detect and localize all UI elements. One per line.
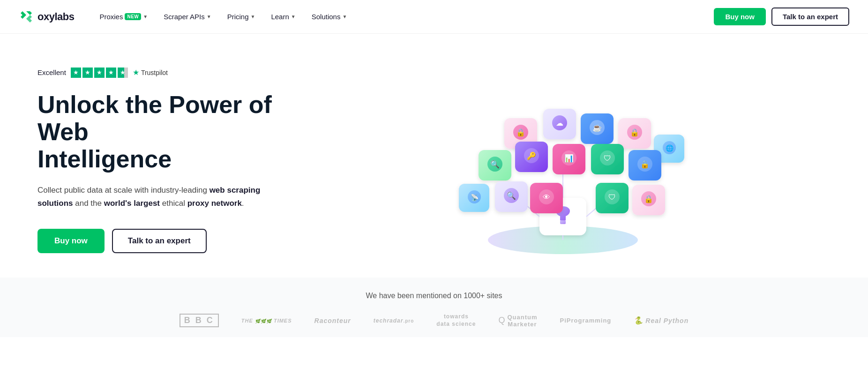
brand-name: oxylabs xyxy=(37,11,74,23)
trustpilot-logo: ★ Trustpilot xyxy=(133,68,168,77)
chevron-down-icon: ▼ xyxy=(207,14,211,19)
isometric-graphic: 🔒 ☁ ☕ 🔒 🌐 🔍 🔑 xyxy=(432,62,694,259)
svg-text:🔒: 🔒 xyxy=(516,128,525,137)
trustpilot-rating: Excellent ★ ★ ★ ★ ★ ★ Trustpilot xyxy=(37,68,295,78)
nav-menu: Proxies NEW ▼ Scraper APIs ▼ Pricing ▼ L… xyxy=(93,9,714,24)
raconteur-logo: Raconteur xyxy=(314,317,351,324)
svg-text:☕: ☕ xyxy=(592,123,602,132)
hero-illustration: 🔒 ☁ ☕ 🔒 🌐 🔍 🔑 xyxy=(295,62,831,259)
hero-content: Excellent ★ ★ ★ ★ ★ ★ Trustpilot Unlock … xyxy=(37,68,295,254)
social-proof-title: We have been mentioned on 1000+ sites xyxy=(19,292,849,300)
nav-buy-now-button[interactable]: Buy now xyxy=(714,8,766,25)
nav-actions: Buy now Talk to an expert xyxy=(714,8,849,26)
brand-logo[interactable]: oxylabs xyxy=(19,9,74,24)
navbar: oxylabs Proxies NEW ▼ Scraper APIs ▼ Pri… xyxy=(0,0,868,34)
logos-row: B B C THE 🌿🌿🌿 TIMES Raconteur techradar.… xyxy=(19,313,849,328)
nav-talk-expert-button[interactable]: Talk to an expert xyxy=(771,8,849,26)
svg-rect-5 xyxy=(560,220,566,224)
trustpilot-label: Excellent xyxy=(37,68,66,76)
svg-text:🔒: 🔒 xyxy=(644,195,653,203)
svg-text:☁: ☁ xyxy=(556,119,563,127)
svg-text:📊: 📊 xyxy=(564,154,574,163)
hero-heading: Unlock the Power of Web Intelligence xyxy=(37,91,295,173)
svg-text:🔒: 🔒 xyxy=(640,160,650,169)
real-python-logo: 🐍 Real Python xyxy=(634,316,688,325)
new-badge: NEW xyxy=(125,13,141,20)
nav-proxies[interactable]: Proxies NEW ▼ xyxy=(93,9,154,24)
chevron-down-icon: ▼ xyxy=(342,14,347,19)
chevron-down-icon: ▼ xyxy=(291,14,296,19)
star-4: ★ xyxy=(106,68,116,78)
bbc-logo: B B C xyxy=(180,314,219,327)
times-logo: THE 🌿🌿🌿 TIMES xyxy=(241,318,292,323)
star-2: ★ xyxy=(82,68,93,78)
nav-solutions[interactable]: Solutions ▼ xyxy=(305,9,354,24)
social-proof-section: We have been mentioned on 1000+ sites B … xyxy=(0,278,868,337)
svg-text:🔑: 🔑 xyxy=(527,151,536,160)
chevron-down-icon: ▼ xyxy=(251,14,255,19)
towards-data-science-logo: towardsdata science xyxy=(436,313,476,328)
svg-text:🔍: 🔍 xyxy=(490,160,500,169)
svg-text:📡: 📡 xyxy=(471,194,479,202)
hero-buy-now-button[interactable]: Buy now xyxy=(37,229,105,253)
svg-text:🔒: 🔒 xyxy=(630,128,639,137)
trustpilot-star-icon: ★ xyxy=(133,68,139,77)
hero-buttons: Buy now Talk to an expert xyxy=(37,229,295,253)
piprogramming-logo: PiProgramming xyxy=(560,317,611,324)
svg-text:👁: 👁 xyxy=(543,193,550,201)
svg-text:🛡: 🛡 xyxy=(608,193,616,201)
hero-section: Excellent ★ ★ ★ ★ ★ ★ Trustpilot Unlock … xyxy=(0,34,868,278)
svg-text:🌐: 🌐 xyxy=(666,144,674,152)
star-rating: ★ ★ ★ ★ ★ xyxy=(71,68,128,78)
star-5-half: ★ xyxy=(118,68,128,78)
svg-text:🔍: 🔍 xyxy=(507,191,516,200)
nav-learn[interactable]: Learn ▼ xyxy=(264,9,302,24)
quantum-marketer-logo: Q QuantumMarketer xyxy=(498,314,537,328)
techradar-logo: techradar.pro xyxy=(374,317,414,324)
hero-description: Collect public data at scale with indust… xyxy=(37,184,281,210)
star-3: ★ xyxy=(94,68,105,78)
hero-talk-expert-button[interactable]: Talk to an expert xyxy=(112,229,207,253)
nav-pricing[interactable]: Pricing ▼ xyxy=(221,9,262,24)
svg-text:🛡: 🛡 xyxy=(604,154,611,162)
chevron-down-icon: ▼ xyxy=(143,14,148,19)
star-1: ★ xyxy=(71,68,81,78)
nav-scraper-apis[interactable]: Scraper APIs ▼ xyxy=(157,9,217,24)
